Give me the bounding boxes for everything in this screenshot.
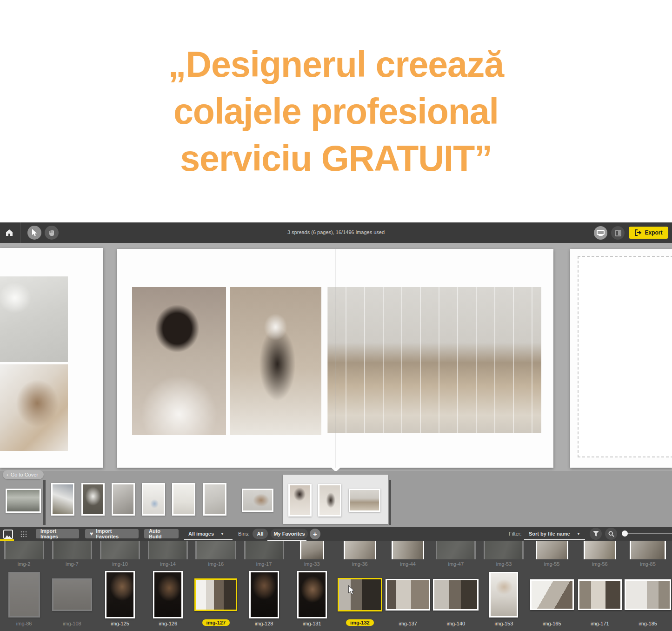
thumb-img-108[interactable] <box>52 578 92 611</box>
image-cell: img-44 <box>384 541 432 567</box>
import-favorites-button[interactable]: ♥ Import Favorites <box>85 529 139 538</box>
thumb-img-36[interactable] <box>344 541 376 559</box>
my-favorites-tab[interactable]: My Favorites <box>271 529 308 539</box>
spread-view-button[interactable] <box>594 226 607 240</box>
thumb-img-53[interactable] <box>484 541 524 559</box>
thumb-img-185[interactable] <box>625 579 671 610</box>
spread1-thumb-5[interactable] <box>172 483 195 516</box>
photo-veil-flowers[interactable] <box>0 276 68 362</box>
image-cell: img-171 <box>576 571 624 626</box>
spread1-thumb-4[interactable] <box>142 483 165 516</box>
thumb-img-2[interactable] <box>4 541 44 559</box>
thumb-img-153[interactable] <box>489 572 518 618</box>
image-label: img-14 <box>160 561 176 567</box>
spread-view-icon <box>597 230 605 236</box>
image-cell: img-153 <box>480 571 528 626</box>
spread1-thumb-3[interactable] <box>112 483 135 516</box>
image-label: img-17 <box>256 561 272 567</box>
thumb-img-85[interactable] <box>630 541 666 559</box>
hero-headline-line3: serviciu GRATUIT” <box>180 135 492 182</box>
chevron-left-icon: ‹ <box>7 472 8 477</box>
thumb-img-165[interactable] <box>530 579 574 610</box>
sort-underline <box>524 539 585 540</box>
photo-jewelry-box[interactable] <box>0 364 68 451</box>
thumb-img-127[interactable] <box>194 578 237 611</box>
previous-spread-page <box>0 248 103 468</box>
image-label: img-47 <box>448 561 464 567</box>
canvas-area <box>0 243 672 471</box>
current-spread-page[interactable] <box>117 249 553 468</box>
thumb-img-140[interactable] <box>433 579 479 611</box>
thumb-img-125[interactable] <box>105 571 135 618</box>
thumb-img-132[interactable] <box>338 578 382 611</box>
library-toolbar: Import Images ♥ Import Favorites Auto Bu… <box>0 527 672 541</box>
image-label: img-140 <box>446 621 465 626</box>
thumb-img-10[interactable] <box>100 541 140 559</box>
image-cell: img-14 <box>144 541 192 567</box>
image-cell: img-17 <box>240 541 288 567</box>
dots-grid-button[interactable] <box>20 530 28 538</box>
image-cell: img-108 <box>48 571 96 626</box>
thumb-img-137[interactable] <box>386 579 430 611</box>
filmstrip-divider <box>43 480 46 525</box>
cover-spread-thumb[interactable] <box>6 489 41 513</box>
add-bin-button[interactable]: + <box>310 529 320 539</box>
spread1-thumb-2[interactable] <box>81 483 105 516</box>
spread1-thumb-6[interactable] <box>203 483 226 516</box>
sort-dropdown[interactable]: Sort by file name <box>529 531 570 537</box>
empty-photo-placeholder[interactable] <box>578 256 672 457</box>
thumb-img-47[interactable] <box>436 541 476 559</box>
image-cell: img-47 <box>432 541 480 567</box>
photo-bride-portrait[interactable] <box>132 287 226 435</box>
chevron-down-icon[interactable]: ▼ <box>220 532 224 536</box>
image-cell: img-127 <box>192 571 240 626</box>
thumbnail-size-slider-track <box>625 533 672 534</box>
thumb-img-131[interactable] <box>297 571 327 618</box>
image-label: img-131 <box>303 621 321 626</box>
plus-icon: + <box>313 530 317 538</box>
thumb-img-55[interactable] <box>536 541 568 559</box>
images-filter-dropdown[interactable]: All images <box>188 531 214 537</box>
image-cell: img-7 <box>48 541 96 567</box>
image-label: img-165 <box>543 621 561 626</box>
bins-all-button[interactable]: All <box>253 529 268 539</box>
thumb-img-56[interactable] <box>584 541 616 559</box>
spread1-thumb-7[interactable] <box>242 489 273 512</box>
thumbnail-size-slider-knob[interactable] <box>622 530 628 537</box>
thumb-img-128[interactable] <box>249 571 279 618</box>
thumb-img-17[interactable] <box>244 541 284 559</box>
image-label: img-185 <box>639 621 657 626</box>
bins-label: Bins: <box>238 531 249 537</box>
filter-button[interactable] <box>590 528 602 540</box>
export-button[interactable]: Export <box>629 227 668 239</box>
mouse-cursor <box>348 585 355 595</box>
auto-build-button[interactable]: Auto Build <box>144 529 179 538</box>
selected-spread-thumb-1[interactable] <box>288 484 312 517</box>
photo-bridesmaids-group[interactable] <box>327 287 541 433</box>
image-label: img-7 <box>66 561 79 567</box>
selected-spread-panel[interactable] <box>283 475 388 524</box>
thumb-img-86[interactable] <box>8 572 40 618</box>
page-view-button[interactable] <box>611 226 625 240</box>
selected-spread-thumb-3[interactable] <box>349 489 380 512</box>
heart-icon: ♥ <box>90 530 93 537</box>
import-images-button[interactable]: Import Images <box>36 529 79 538</box>
thumb-img-33[interactable] <box>300 541 324 559</box>
next-spread-page <box>570 249 672 468</box>
image-view-button[interactable] <box>3 530 13 539</box>
search-button[interactable] <box>605 528 617 540</box>
thumb-img-44[interactable] <box>392 541 424 559</box>
image-label: img-153 <box>495 621 513 626</box>
chevron-down-icon-2[interactable]: ▼ <box>577 532 580 536</box>
auto-build-label: Auto Build <box>149 528 174 539</box>
thumb-img-171[interactable] <box>578 579 622 610</box>
thumb-img-14[interactable] <box>148 541 188 559</box>
thumb-img-126[interactable] <box>153 571 183 618</box>
photo-bride-bow-back[interactable] <box>230 287 321 435</box>
go-to-cover-button[interactable]: ‹ Go to Cover <box>3 470 44 479</box>
thumb-img-16[interactable] <box>195 541 236 559</box>
spread1-thumb-1[interactable] <box>51 483 74 516</box>
thumb-img-7[interactable] <box>52 541 92 559</box>
selected-spread-thumb-2[interactable] <box>318 484 341 517</box>
export-label: Export <box>645 229 662 236</box>
